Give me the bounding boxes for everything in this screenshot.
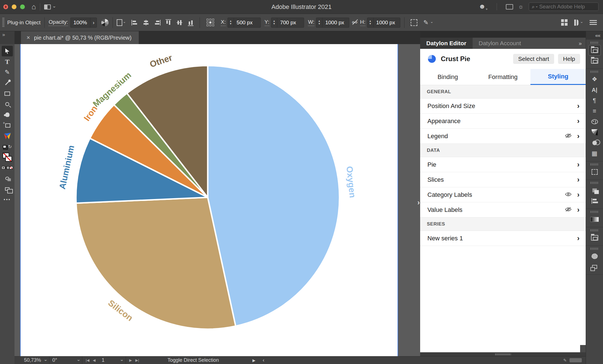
first-artboard-icon[interactable]: |◀ <box>86 358 89 362</box>
plugin-panel-icon-2[interactable] <box>588 233 601 243</box>
recolor-chevron-down-icon[interactable]: › <box>123 22 127 23</box>
status-slider-pill[interactable] <box>570 358 582 362</box>
x-stepper[interactable]: ▲▼ <box>228 18 234 27</box>
eye-hidden-icon[interactable] <box>565 207 571 213</box>
chevron-right-icon[interactable]: › <box>577 160 580 169</box>
panel-row-appearance[interactable]: Appearance› <box>420 114 586 129</box>
plugin-panel-icon[interactable] <box>588 56 601 66</box>
pathfinder-icon[interactable] <box>588 185 601 196</box>
dock-group-drag-dots[interactable] <box>590 42 599 44</box>
rearrange-artboards-icon[interactable] <box>588 262 601 272</box>
align-icon[interactable] <box>588 196 601 206</box>
status-play-icon[interactable]: ▶ <box>252 358 255 363</box>
reference-point-icon[interactable] <box>207 19 214 26</box>
tools-panel-expand-icon[interactable]: » <box>0 31 15 44</box>
recolor-artwork-icon[interactable] <box>117 19 122 26</box>
artboard-tool-icon[interactable] <box>2 120 13 131</box>
paragraph-icon[interactable]: ¶ <box>588 95 601 106</box>
screen-mode-icon[interactable] <box>2 184 13 194</box>
align-center-h-button[interactable] <box>143 19 149 26</box>
eye-visible-icon[interactable] <box>565 192 571 198</box>
align-bottom-button[interactable] <box>187 19 194 26</box>
category-label-oxygen[interactable]: Oxygen <box>344 166 358 198</box>
constrain-proportions-unlinked-icon[interactable]: ⚯ <box>352 19 357 26</box>
type-tool-icon[interactable]: T <box>2 56 13 67</box>
datylon-tab-1[interactable]: Datylon Account <box>473 38 527 49</box>
rotation-chevron-down-icon[interactable]: › <box>76 360 81 361</box>
fill-stroke-none-icon[interactable] <box>2 152 13 162</box>
free-transform-icon[interactable] <box>588 167 601 177</box>
gradient-fan-icon[interactable] <box>588 127 601 138</box>
category-label-aluminium[interactable]: Aluminium <box>57 144 76 190</box>
color-wheel-icon[interactable] <box>101 19 109 26</box>
datylon-tab-0[interactable]: Datylon Editor <box>420 38 473 49</box>
document-tab[interactable]: × pie chart.ai* @ 50,73 % (RGB/Preview) <box>21 31 139 44</box>
panel-row-slices[interactable]: Slices› <box>420 172 586 187</box>
last-artboard-icon[interactable]: ▶| <box>135 358 139 362</box>
chevron-right-icon[interactable]: › <box>577 205 580 214</box>
workspace-switcher-icon[interactable] <box>574 20 578 26</box>
panel-row-pie[interactable]: Pie› <box>420 157 586 172</box>
chevron-right-icon[interactable]: › <box>577 190 580 199</box>
transparency-icon[interactable] <box>588 138 601 148</box>
gradient-panel-icon[interactable] <box>588 214 601 225</box>
dock-group-drag-dots[interactable] <box>590 182 599 184</box>
arrange-documents-icon[interactable] <box>561 19 568 26</box>
control-bar-drag-handle[interactable] <box>2 18 4 27</box>
opacity-field[interactable]: › <box>70 18 97 28</box>
subtab-formatting[interactable]: Formatting <box>475 69 531 85</box>
artboard-chevron-down-icon[interactable]: › <box>119 360 125 361</box>
h-input[interactable] <box>374 20 400 26</box>
panel-row-legend[interactable]: Legend› <box>420 129 586 144</box>
chevron-right-icon[interactable]: › <box>577 234 580 243</box>
chevron-right-icon[interactable]: › <box>577 117 580 125</box>
panel-row-value-labels[interactable]: Value Labels› <box>420 202 586 217</box>
eye-hidden-icon[interactable] <box>565 133 571 139</box>
category-label-other[interactable]: Other <box>149 53 174 70</box>
dock-group-drag-dots[interactable] <box>590 163 599 166</box>
workspace-switcher-chevron-icon[interactable]: › <box>580 22 584 23</box>
zoom-level-control[interactable]: 50,73% › <box>21 356 49 364</box>
menu-hamburger-icon[interactable] <box>590 20 597 25</box>
shape-edit-chevron-down-icon[interactable]: › <box>430 22 434 23</box>
dock-group-drag-dots[interactable] <box>590 229 599 231</box>
opacity-input[interactable] <box>71 20 90 26</box>
chevron-right-icon[interactable]: › <box>577 132 580 140</box>
swap-fill-stroke-icon[interactable]: ↻ <box>2 141 13 152</box>
status-back-chevron-icon[interactable]: ‹ <box>263 357 264 363</box>
datylon-tool-icon[interactable] <box>2 131 13 141</box>
subtab-styling[interactable]: Styling <box>530 69 586 85</box>
chevron-right-icon[interactable]: › <box>577 102 580 110</box>
h-label[interactable]: H: <box>360 19 365 26</box>
rotation-control[interactable]: 0° › <box>49 356 82 364</box>
selection-tool-icon[interactable] <box>2 46 13 56</box>
eyedropper-tool-icon[interactable] <box>2 78 13 88</box>
opacity-chevron-icon[interactable]: › <box>93 20 94 26</box>
panel-expand-icon[interactable]: ›› <box>579 38 586 49</box>
align-middle-v-button[interactable] <box>176 19 183 26</box>
panel-row-category-labels[interactable]: Category Labels› <box>420 187 586 202</box>
paintbrush-tool-icon[interactable]: ✎ <box>2 67 13 78</box>
plugin-panel-icon-active[interactable] <box>588 45 601 56</box>
select-chart-button[interactable]: Select chart <box>513 54 554 64</box>
y-stepper[interactable]: ▲▼ <box>271 18 277 27</box>
artboard-number-control[interactable]: 1 › <box>99 356 126 364</box>
selection-panel-icon[interactable] <box>588 251 601 262</box>
panel-row-position-and-size[interactable]: Position And Size› <box>420 99 586 114</box>
character-icon[interactable]: A| <box>588 85 601 95</box>
dock-collapse-icon[interactable]: «« <box>586 31 603 40</box>
panel-resize-handle[interactable] <box>420 352 586 356</box>
dock-group-drag-dots[interactable] <box>590 248 599 250</box>
h-stepper[interactable]: ▲▼ <box>367 18 374 27</box>
chevron-right-icon[interactable]: › <box>577 175 580 184</box>
x-label[interactable]: X: <box>221 19 226 26</box>
previous-artboard-icon[interactable]: ◀ <box>93 358 95 362</box>
align-right-button[interactable] <box>154 19 161 26</box>
artboards-icon[interactable]: ▦ <box>588 148 601 159</box>
opacity-label[interactable]: Opacity: <box>49 19 68 26</box>
align-top-button[interactable] <box>165 19 172 26</box>
close-document-icon[interactable]: × <box>27 34 30 41</box>
y-input[interactable] <box>277 20 304 26</box>
zoom-tool-icon[interactable] <box>2 99 13 109</box>
w-stepper[interactable]: ▲▼ <box>316 18 322 27</box>
